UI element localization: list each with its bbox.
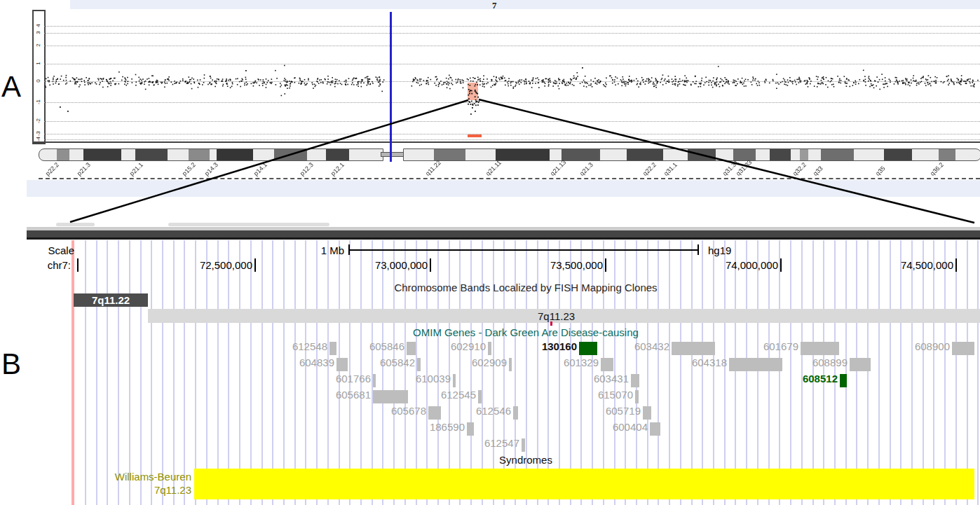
ruler-coordinate-label: 74,500,000 <box>901 259 953 271</box>
ideogram-band[interactable] <box>821 149 854 160</box>
scroll-pill-center[interactable] <box>168 223 329 226</box>
syndrome-region-bar[interactable] <box>194 469 974 499</box>
omim-gene-label[interactable]: 610039 <box>416 373 451 385</box>
loss-segment-marker[interactable] <box>468 134 482 137</box>
omim-gene-label[interactable]: 612548 <box>292 340 327 352</box>
omim-gene-box[interactable] <box>513 406 518 420</box>
ideogram-q-arm[interactable] <box>403 148 980 161</box>
omim-gene-box[interactable] <box>373 374 376 387</box>
ideogram-band[interactable] <box>434 149 465 160</box>
band-7q11-23-label: 7q11.23 <box>538 310 575 322</box>
ruler-tick <box>254 258 256 272</box>
ideogram-band[interactable] <box>189 149 210 160</box>
omim-gene-label[interactable]: 600404 <box>613 421 648 433</box>
omim-gene-box[interactable] <box>467 422 474 436</box>
ruler-tick <box>605 258 606 272</box>
browser-position-bar[interactable] <box>27 230 980 237</box>
mid-strip <box>27 180 980 197</box>
omim-gene-label[interactable]: 601679 <box>763 340 798 352</box>
ideogram-band[interactable] <box>135 149 168 160</box>
omim-gene-box[interactable] <box>407 342 416 355</box>
omim-gene-box[interactable] <box>635 390 639 403</box>
omim-track-title: OMIM Genes - Dark Green Are Disease-caus… <box>280 326 771 338</box>
syndromes-track-title: Syndromes <box>280 454 771 466</box>
omim-gene-label[interactable]: 608900 <box>915 340 950 352</box>
ideogram-band[interactable] <box>800 149 808 160</box>
omim-gene-box[interactable] <box>631 374 639 387</box>
omim-gene-label[interactable]: 605846 <box>369 340 404 352</box>
omim-gene-label[interactable]: 604839 <box>299 357 334 368</box>
figure: A 7 43210-1-2-3-4 p22.2p21.3p21.1p15.2p1… <box>0 0 980 505</box>
omim-gene-label[interactable]: 605681 <box>336 389 371 401</box>
omim-gene-label[interactable]: 602909 <box>472 357 507 368</box>
omim-gene-box[interactable] <box>417 358 421 371</box>
omim-gene-box[interactable] <box>428 406 441 420</box>
ideogram-band[interactable] <box>884 149 912 160</box>
omim-gene-box[interactable] <box>650 422 660 436</box>
assembly-label: hg19 <box>708 244 731 256</box>
omim-gene-label[interactable]: 186590 <box>430 421 465 433</box>
omim-gene-box[interactable] <box>478 390 482 403</box>
omim-gene-label[interactable]: 130160 <box>542 340 577 352</box>
ideogram-p-arm[interactable] <box>39 148 383 161</box>
omim-gene-label[interactable]: 605842 <box>380 357 415 368</box>
omim-gene-label[interactable]: 605678 <box>391 405 426 417</box>
ruler-tick <box>780 258 782 272</box>
omim-gene-box[interactable] <box>850 358 871 371</box>
ideogram-band[interactable] <box>627 149 663 160</box>
omim-gene-label[interactable]: 615070 <box>598 389 633 401</box>
omim-gene-box[interactable] <box>329 342 336 355</box>
ideogram-band[interactable] <box>57 149 69 160</box>
omim-gene-label[interactable]: 604318 <box>692 357 727 368</box>
ruler-coordinate-label: 73,000,000 <box>375 259 428 271</box>
omim-gene-label[interactable]: 605719 <box>606 405 641 417</box>
scale-label: Scale <box>48 244 74 256</box>
scale-bar-tick-right <box>697 244 699 255</box>
omim-gene-label[interactable]: 612545 <box>441 389 476 401</box>
omim-gene-box[interactable] <box>672 342 715 355</box>
omim-gene-box[interactable] <box>453 374 456 387</box>
omim-gene-box[interactable] <box>801 342 839 355</box>
ideogram-band[interactable] <box>733 149 756 160</box>
ruler-start-tick <box>77 258 79 272</box>
ideogram-band[interactable] <box>939 149 955 160</box>
ruler-coordinate-label: 72,500,000 <box>200 259 252 271</box>
ideogram-band[interactable] <box>326 149 349 160</box>
ruler-tick <box>430 258 431 272</box>
omim-gene-label[interactable]: 612546 <box>476 405 511 417</box>
ideogram-band[interactable] <box>770 149 791 160</box>
omim-gene-label[interactable]: 601329 <box>564 357 599 368</box>
omim-gene-label[interactable]: 608899 <box>812 357 848 368</box>
ideogram-band[interactable] <box>217 149 253 160</box>
ideogram-band[interactable] <box>274 149 307 160</box>
omim-gene-box[interactable] <box>373 390 408 403</box>
omim-gene-box[interactable] <box>952 342 974 355</box>
omim-gene-box[interactable] <box>579 342 597 355</box>
omim-gene-label[interactable]: 612547 <box>484 437 519 449</box>
band-7q11-22[interactable]: 7q11.22 <box>74 293 148 307</box>
scale-bar-label: 1 Mb <box>321 244 344 256</box>
ideogram-band[interactable] <box>83 149 121 160</box>
omim-gene-label[interactable]: 608512 <box>803 373 838 385</box>
omim-gene-box[interactable] <box>840 374 847 387</box>
omim-gene-box[interactable] <box>488 342 491 355</box>
omim-gene-box[interactable] <box>522 438 525 452</box>
ruler-tick <box>955 258 957 272</box>
ruler-coordinate-label: 74,000,000 <box>726 259 778 271</box>
omim-gene-label[interactable]: 603431 <box>594 373 629 385</box>
omim-gene-label[interactable]: 603432 <box>634 340 669 352</box>
ideogram-band[interactable] <box>688 149 716 160</box>
fish-track-title: Chromosome Bands Localized by FISH Mappi… <box>280 282 771 293</box>
omim-gene-box[interactable] <box>336 358 348 371</box>
omim-gene-label[interactable]: 602910 <box>451 340 486 352</box>
omim-gene-box[interactable] <box>729 358 782 371</box>
omim-gene-box[interactable] <box>509 358 512 371</box>
omim-gene-label[interactable]: 601766 <box>336 373 371 385</box>
ideogram-band[interactable] <box>562 149 600 160</box>
chr-label: chr7: <box>48 259 71 271</box>
omim-gene-box[interactable] <box>601 358 613 371</box>
scroll-pill-left[interactable] <box>56 223 95 226</box>
syndrome-name-line2: 7q11.23 <box>154 484 191 496</box>
omim-gene-box[interactable] <box>643 406 651 420</box>
ideogram-band[interactable] <box>496 149 550 160</box>
